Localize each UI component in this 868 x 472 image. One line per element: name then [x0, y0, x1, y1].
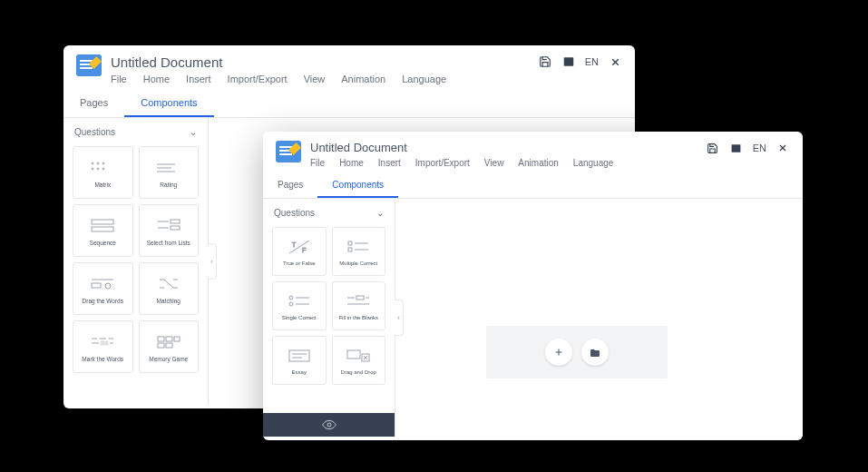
svg-rect-19 [92, 283, 101, 288]
svg-rect-58 [347, 350, 360, 359]
svg-point-47 [289, 296, 293, 300]
component-matrix[interactable]: Matrix [73, 146, 133, 199]
sequence-icon [87, 216, 118, 236]
storage-icon[interactable] [561, 54, 576, 69]
true-false-icon: TF [284, 237, 315, 257]
menu-bar: File Home Insert Import/Export View Anim… [310, 158, 706, 168]
collapse-sidebar-handle[interactable]: ‹ [395, 300, 404, 336]
component-fill-blanks[interactable]: Fill in the Blanks [332, 281, 386, 330]
menu-language[interactable]: Language [573, 158, 614, 168]
multiple-correct-icon [343, 237, 374, 257]
menu-home[interactable]: Home [143, 74, 170, 84]
tab-components[interactable]: Components [317, 173, 398, 198]
essay-icon [284, 346, 315, 366]
tab-components[interactable]: Components [124, 90, 213, 117]
canvas-drop-zone[interactable] [486, 326, 668, 379]
svg-point-8 [102, 168, 104, 170]
menu-animation[interactable]: Animation [518, 158, 558, 168]
menu-language[interactable]: Language [402, 74, 446, 84]
svg-rect-17 [171, 226, 180, 230]
component-multiple-correct[interactable]: Multiple Correct [332, 227, 386, 276]
fill-blanks-icon [343, 291, 374, 311]
single-correct-icon [284, 291, 315, 311]
section-questions-header[interactable]: Questions ⌄ [263, 199, 395, 227]
component-matching[interactable]: Matching [139, 262, 200, 315]
sidebar-tabs: Pages Components [63, 90, 635, 118]
editor-window-front: Untitled Document File Home Insert Impor… [263, 132, 803, 440]
tab-pages[interactable]: Pages [63, 90, 124, 117]
menu-view[interactable]: View [304, 74, 326, 84]
drag-words-icon [87, 274, 118, 294]
menu-import-export[interactable]: Import/Export [415, 158, 470, 168]
canvas-area[interactable]: ‹ [395, 199, 803, 437]
menu-insert[interactable]: Insert [378, 158, 401, 168]
svg-text:T: T [292, 241, 297, 248]
rating-icon [153, 158, 184, 178]
menu-file[interactable]: File [310, 158, 325, 168]
tab-pages[interactable]: Pages [263, 173, 317, 198]
svg-text:F: F [302, 247, 306, 253]
menu-view[interactable]: View [484, 158, 504, 168]
svg-rect-33 [166, 337, 172, 341]
component-memory-game[interactable]: Memory Game [139, 320, 200, 373]
save-icon[interactable] [538, 54, 552, 69]
svg-rect-45 [348, 248, 352, 251]
svg-rect-34 [174, 337, 180, 341]
collapse-sidebar-handle[interactable]: ‹ [208, 243, 217, 280]
svg-point-3 [92, 162, 93, 164]
top-actions: EN [706, 141, 790, 155]
component-sequence[interactable]: Sequence [73, 204, 133, 257]
menu-bar: File Home Insert Import/Export View Anim… [111, 74, 538, 84]
components-sidebar: Questions ⌄ TFTrue or False Multiple Cor… [263, 199, 395, 437]
component-single-correct[interactable]: Single Correct [272, 281, 327, 330]
folder-button[interactable] [581, 339, 609, 366]
document-title[interactable]: Untitled Document [111, 54, 538, 70]
svg-point-7 [97, 168, 99, 170]
menu-import-export[interactable]: Import/Export [228, 74, 288, 84]
language-selector[interactable]: EN [585, 56, 599, 67]
close-icon[interactable] [608, 54, 622, 69]
svg-rect-35 [158, 343, 164, 348]
storage-icon[interactable] [729, 141, 744, 155]
menu-file[interactable]: File [111, 74, 127, 84]
component-select-lists[interactable]: Select from Lists [139, 204, 200, 257]
svg-rect-12 [92, 220, 113, 224]
svg-rect-0 [563, 57, 573, 65]
document-title[interactable]: Untitled Document [310, 141, 706, 154]
menu-animation[interactable]: Animation [341, 74, 385, 84]
component-mark-words[interactable]: Mark the Words [73, 320, 133, 373]
section-label: Questions [74, 127, 115, 137]
preview-icon[interactable] [322, 419, 336, 430]
components-sidebar: Questions ⌄ Matrix Rating Sequence Selec… [63, 118, 209, 404]
component-essay[interactable]: Essay [272, 336, 327, 385]
menu-home[interactable]: Home [339, 158, 364, 168]
add-button[interactable] [545, 339, 572, 366]
svg-point-49 [289, 302, 293, 306]
top-actions: EN [538, 54, 622, 69]
app-logo-icon [76, 54, 102, 76]
section-questions-header[interactable]: Questions ⌄ [63, 118, 208, 146]
topbar: Untitled Document File Home Insert Impor… [263, 132, 803, 168]
menu-insert[interactable]: Insert [186, 74, 211, 84]
sidebar-footer [263, 413, 395, 437]
component-rating[interactable]: Rating [139, 146, 200, 199]
svg-rect-55 [289, 350, 309, 361]
svg-point-6 [92, 168, 93, 170]
svg-point-20 [105, 283, 111, 289]
topbar: Untitled Document File Home Insert Impor… [63, 45, 635, 84]
svg-point-60 [327, 423, 331, 427]
svg-rect-32 [158, 337, 164, 341]
chevron-down-icon: ⌄ [376, 208, 384, 218]
svg-line-25 [164, 280, 173, 288]
component-drag-words[interactable]: Drag the Words [73, 262, 133, 315]
component-true-false[interactable]: TFTrue or False [272, 227, 327, 276]
save-icon[interactable] [706, 141, 720, 155]
component-drag-drop[interactable]: Drag and Drop [332, 336, 386, 385]
app-logo-icon [276, 141, 301, 162]
svg-point-4 [97, 162, 99, 164]
drag-drop-icon [343, 346, 374, 366]
svg-rect-13 [92, 227, 113, 231]
language-selector[interactable]: EN [753, 143, 766, 153]
sidebar-tabs: Pages Components [263, 173, 803, 199]
close-icon[interactable] [775, 141, 790, 155]
